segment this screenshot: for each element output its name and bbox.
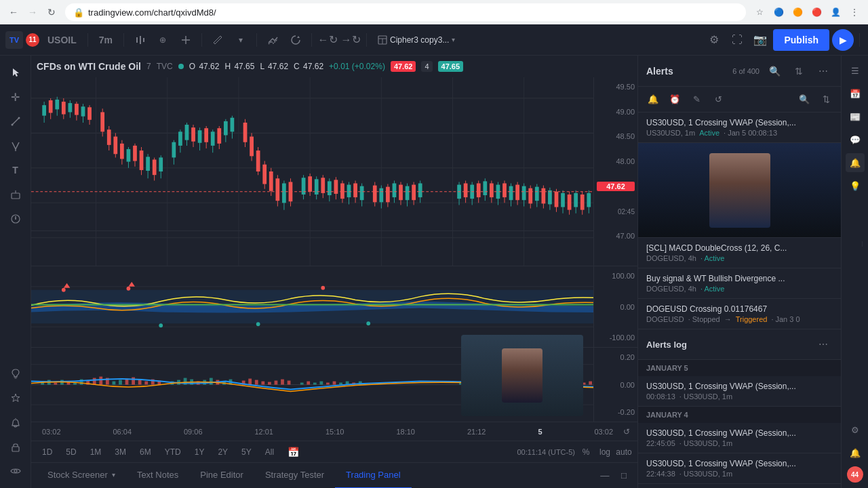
alert-item-3[interactable]: Buy signal & WT Bullish Divergence ... D… [638, 268, 841, 299]
alert-toolbar-sort[interactable]: ⇅ [816, 90, 835, 109]
maximize-panel-btn[interactable]: □ [616, 468, 632, 484]
range-ytd[interactable]: YTD [159, 444, 186, 460]
trend-line-tool[interactable] [4, 110, 27, 133]
range-all[interactable]: All [260, 444, 279, 460]
alert-item-4[interactable]: DOGEUSD Crossing 0.01176467 DOGEUSD · St… [638, 299, 841, 329]
user-avatar[interactable]: 44 [847, 466, 863, 483]
indicators-count-button[interactable]: ⊕ [153, 30, 173, 50]
range-5d[interactable]: 5D [60, 444, 81, 460]
drawing-tools-btn[interactable] [208, 30, 228, 50]
back-button[interactable]: ← [5, 4, 22, 20]
range-1y[interactable]: 1Y [189, 444, 210, 460]
extension-btn-1[interactable]: 🔵 [770, 4, 787, 20]
compare-btn[interactable] [262, 30, 283, 50]
range-6m[interactable]: 6M [134, 444, 157, 460]
alerts-log-more[interactable]: ⋯ [814, 335, 833, 354]
ideas-btn[interactable]: 💡 [846, 176, 865, 195]
extension-btn-2[interactable]: 🟠 [789, 4, 806, 20]
alert-toolbar-refresh[interactable]: ↺ [709, 90, 728, 109]
tab-text-notes[interactable]: Text Notes [126, 463, 189, 489]
percent-toggle[interactable]: % [578, 444, 594, 460]
settings-side-btn[interactable]: ⚙ [846, 420, 865, 439]
template-selector[interactable]: Cipher3 copy3... ▾ [372, 30, 460, 50]
pitchfork-tool[interactable] [4, 134, 27, 157]
auto-toggle[interactable]: auto [616, 444, 632, 460]
svg-rect-67 [133, 146, 137, 161]
tab-trading-panel[interactable]: Trading Panel [335, 463, 411, 489]
ideas-tool[interactable] [4, 362, 27, 385]
forward-button[interactable]: → [24, 4, 41, 20]
log-item-2[interactable]: US30USD, 1 Crossing VWAP (Session,... 22… [638, 453, 841, 484]
bookmark-icon[interactable]: ☆ [751, 4, 768, 20]
notifications-btn[interactable]: 🔔 [846, 443, 865, 462]
settings-btn[interactable]: ⚙ [704, 30, 724, 50]
watchlist-btn[interactable]: ☰ [846, 61, 865, 80]
eye-tool[interactable] [4, 460, 27, 483]
range-2y[interactable]: 2Y [212, 444, 233, 460]
prediction-tool[interactable] [4, 207, 27, 230]
timeframe-button[interactable]: 7m [94, 30, 118, 50]
svg-rect-87 [204, 128, 208, 142]
log-toggle[interactable]: log [597, 444, 613, 460]
alert-bell-btn[interactable]: 🔔 [846, 153, 865, 172]
alert-toolbar-bell[interactable]: 🔔 [644, 90, 663, 109]
alert-toolbar-clock[interactable]: ⏰ [665, 90, 684, 109]
address-bar[interactable]: 🔒 tradingview.com/chart/qxivdMd8/ [65, 3, 746, 21]
range-1d[interactable]: 1D [37, 444, 58, 460]
play-button[interactable]: ▶ [832, 29, 854, 51]
text-tool[interactable]: T [4, 159, 27, 182]
refresh-button[interactable]: ↻ [43, 4, 60, 20]
log-item-3[interactable]: US30USD, 1 Crossing VWAP (Session,... 22… [638, 484, 841, 488]
tab-strategy-tester[interactable]: Strategy Tester [254, 463, 335, 489]
camera-btn[interactable]: 📷 [750, 30, 770, 50]
filter-alerts-btn[interactable]: ⇅ [789, 62, 808, 81]
menu-icon[interactable]: ⋮ [846, 4, 863, 20]
news-btn[interactable]: 📰 [846, 107, 865, 126]
fullscreen-btn[interactable]: ⛶ [727, 30, 747, 50]
tv-logo[interactable]: TV [5, 31, 23, 49]
svg-rect-51 [75, 104, 79, 115]
bar-type-button[interactable] [130, 30, 150, 50]
alert-toolbar-edit[interactable]: ✎ [687, 90, 706, 109]
log-item-0[interactable]: US30USD, 1 Crossing VWAP (Session,... 00… [638, 376, 841, 407]
browser-actions: ☆ 🔵 🟠 🔴 👤 ⋮ [751, 4, 863, 20]
symbol-button[interactable]: USOIL [42, 30, 82, 50]
search-alerts-btn[interactable]: 🔍 [765, 62, 784, 81]
alert-item-1[interactable] [638, 143, 841, 238]
replay-btn[interactable] [285, 30, 306, 50]
alert-toolbar-search[interactable]: 🔍 [795, 90, 814, 109]
range-5y[interactable]: 5Y [236, 444, 257, 460]
chat-btn[interactable]: 💬 [846, 130, 865, 149]
svg-rect-151 [464, 184, 468, 198]
tab-pine-editor[interactable]: Pine Editor [189, 463, 254, 489]
more-drawings-btn[interactable]: ▾ [231, 30, 251, 50]
lock-tool[interactable] [4, 435, 27, 458]
chart-canvas[interactable]: 49.50 49.00 48.50 48.00 47.62 02:45 47.0… [31, 77, 637, 422]
alerts-list[interactable]: US30USD, 1 Crossing VWAP (Session,... US… [638, 113, 841, 488]
calendar-btn[interactable]: 📅 [846, 84, 865, 103]
alert-item-0[interactable]: US30USD, 1 Crossing VWAP (Session,... US… [638, 113, 841, 143]
shapes-tool[interactable] [4, 183, 27, 206]
main-chart-panel[interactable]: 49.50 49.00 48.50 48.00 47.62 02:45 47.0… [31, 77, 637, 266]
tab-stock-screener[interactable]: Stock Screener ▾ [37, 463, 126, 489]
watch-tool[interactable] [4, 386, 27, 409]
notification-badge[interactable]: 11 [26, 33, 39, 47]
undo-btn[interactable]: ←↻ [317, 30, 338, 50]
custom-range[interactable]: 📅 [282, 444, 304, 460]
add-button[interactable] [176, 30, 196, 50]
alert-tool[interactable] [4, 411, 27, 434]
user-profile[interactable]: 👤 [827, 4, 844, 20]
log-item-1[interactable]: US30USD, 1 Crossing VWAP (Session,... 22… [638, 423, 841, 453]
publish-button[interactable]: Publish [773, 29, 829, 51]
minimize-panel-btn[interactable]: — [597, 468, 613, 484]
cursor-tool[interactable] [4, 61, 27, 84]
more-options-btn[interactable]: ⋯ [814, 62, 833, 81]
crosshair-tool[interactable]: ✛ [4, 85, 27, 108]
svg-rect-165 [509, 186, 513, 201]
range-3m[interactable]: 3M [109, 444, 132, 460]
alert-item-2[interactable]: [SCL] MACD DoubleCross (12, 26, C... DOG… [638, 238, 841, 268]
redo-btn[interactable]: →↻ [340, 30, 361, 50]
extension-btn-3[interactable]: 🔴 [808, 4, 825, 20]
timezone-refresh-btn[interactable]: ↺ [618, 424, 635, 440]
range-1m[interactable]: 1M [85, 444, 107, 460]
